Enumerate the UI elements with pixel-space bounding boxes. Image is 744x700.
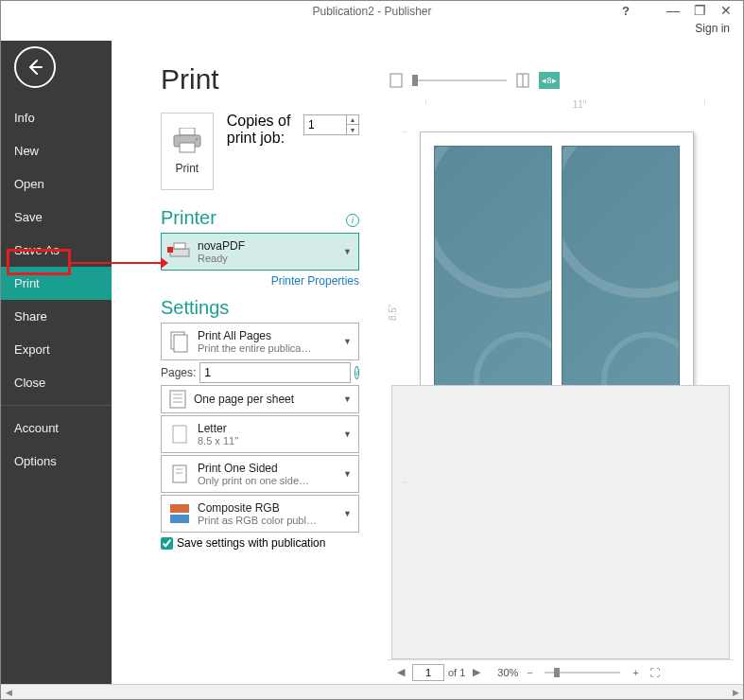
- close-window-button[interactable]: ✕: [713, 1, 739, 20]
- settings-heading: Settings: [161, 297, 359, 319]
- backstage-sidebar: Info New Open Save Save As Print Share E…: [1, 41, 112, 684]
- sidebar-item-open[interactable]: Open: [1, 167, 112, 201]
- printer-status: Ready: [198, 253, 343, 264]
- chevron-down-icon: ▼: [343, 429, 358, 439]
- zoom-in-button[interactable]: +: [628, 665, 643, 680]
- page-total-label: of 1: [448, 667, 465, 678]
- rgb-swatch-icon: [162, 503, 198, 524]
- sidebar-item-options[interactable]: Options: [1, 445, 112, 478]
- sidebar-item-new[interactable]: New: [1, 134, 112, 167]
- next-page-button[interactable]: ▶: [469, 665, 484, 680]
- sidebar-item-close[interactable]: Close: [1, 366, 112, 399]
- card-preview-1: THANKYOU: [434, 146, 552, 385]
- multi-page-icon[interactable]: [514, 72, 531, 89]
- svg-rect-17: [170, 504, 189, 513]
- window-h-scrollbar[interactable]: ◀ ▶: [1, 684, 743, 699]
- page-title: Print: [161, 63, 359, 96]
- print-button[interactable]: Print: [161, 113, 214, 190]
- copies-up-button[interactable]: ▲: [347, 115, 358, 125]
- chevron-down-icon: ▼: [343, 394, 358, 404]
- prev-page-button[interactable]: ◀: [393, 665, 408, 680]
- paper-icon: [162, 425, 198, 444]
- back-button[interactable]: [14, 46, 56, 88]
- single-page-icon[interactable]: [388, 72, 405, 89]
- preview-slider-1[interactable]: [412, 79, 507, 81]
- printer-select[interactable]: novaPDF Ready ▼: [161, 233, 359, 271]
- card-preview-2: THANKYOU: [562, 146, 680, 385]
- printer-info-icon[interactable]: i: [346, 214, 359, 227]
- svg-rect-6: [167, 247, 173, 253]
- chevron-down-icon: ▼: [343, 469, 358, 479]
- sides-select[interactable]: Print One Sided Only print on one side… …: [161, 455, 359, 493]
- titlebar: Publication2 - Publisher ? — ❐ ✕: [1, 1, 743, 22]
- copies-down-button[interactable]: ▼: [347, 125, 358, 134]
- zoom-out-button[interactable]: −: [522, 665, 537, 680]
- copies-spinner[interactable]: ▲ ▼: [303, 114, 359, 135]
- svg-rect-9: [170, 391, 185, 408]
- vertical-ruler: 8.5": [388, 113, 410, 385]
- svg-rect-19: [390, 74, 402, 87]
- sign-in-link[interactable]: Sign in: [695, 22, 730, 35]
- help-button[interactable]: ?: [613, 1, 639, 20]
- layout-select[interactable]: One page per sheet ▼: [161, 385, 359, 413]
- svg-rect-14: [173, 465, 186, 482]
- svg-rect-18: [170, 515, 189, 523]
- page-layout-icon: [162, 390, 194, 409]
- print-button-label: Print: [176, 162, 199, 175]
- svg-rect-5: [174, 243, 185, 249]
- chevron-down-icon: ▼: [343, 337, 358, 346]
- one-sided-icon: [162, 464, 198, 484]
- sidebar-item-account[interactable]: Account: [1, 411, 112, 445]
- preview-h-scrollbar[interactable]: [391, 385, 730, 659]
- svg-rect-13: [173, 426, 186, 443]
- restore-button[interactable]: ❐: [686, 1, 713, 20]
- printer-name: novaPDF: [198, 239, 343, 253]
- sidebar-item-print[interactable]: Print: [1, 267, 112, 300]
- copies-label: Copies of print job:: [227, 113, 298, 147]
- sidebar-item-export[interactable]: Export: [1, 333, 112, 366]
- scroll-left-button[interactable]: ◀: [1, 686, 16, 699]
- svg-rect-8: [174, 335, 187, 352]
- sidebar-item-share[interactable]: Share: [1, 300, 112, 333]
- sidebar-item-save-as[interactable]: Save As: [1, 234, 112, 267]
- paper-size-select[interactable]: Letter 8.5 x 11" ▼: [161, 415, 359, 453]
- svg-point-3: [195, 138, 198, 141]
- svg-rect-0: [180, 128, 195, 135]
- pages-label: Pages:: [161, 366, 196, 379]
- copies-input[interactable]: [304, 115, 346, 134]
- pages-input[interactable]: [200, 363, 350, 382]
- minimize-button[interactable]: —: [660, 1, 686, 20]
- save-settings-label: Save settings with publication: [177, 536, 325, 550]
- sidebar-item-info[interactable]: Info: [1, 101, 112, 134]
- chevron-down-icon: ▼: [343, 509, 358, 518]
- printer-properties-link[interactable]: Printer Properties: [161, 274, 359, 288]
- printer-device-icon: [162, 241, 198, 262]
- chevron-down-icon: ▼: [343, 247, 358, 256]
- window-title: Publication2 - Publisher: [312, 5, 431, 18]
- save-settings-checkbox[interactable]: [161, 537, 173, 550]
- horizontal-ruler: 11": [425, 99, 734, 113]
- page-number-input[interactable]: [412, 664, 444, 681]
- sidebar-item-save[interactable]: Save: [1, 201, 112, 234]
- fit-page-button[interactable]: ⛶: [647, 665, 662, 680]
- scroll-right-button[interactable]: ▶: [728, 686, 743, 699]
- print-scope-select[interactable]: Print All Pages Print the entire publica…: [161, 323, 359, 360]
- color-select[interactable]: Composite RGB Print as RGB color publ… ▼: [161, 495, 359, 533]
- print-preview-page: THANKYOU THANKYOU: [420, 131, 694, 385]
- svg-rect-2: [180, 143, 195, 152]
- zoom-label: 30%: [497, 667, 518, 678]
- printer-icon: [170, 128, 204, 154]
- pages-stack-icon: [162, 330, 198, 353]
- zoom-slider[interactable]: [545, 672, 620, 674]
- printer-heading: Printer: [161, 207, 216, 229]
- page-count-toggle[interactable]: ◂8▸: [539, 72, 560, 89]
